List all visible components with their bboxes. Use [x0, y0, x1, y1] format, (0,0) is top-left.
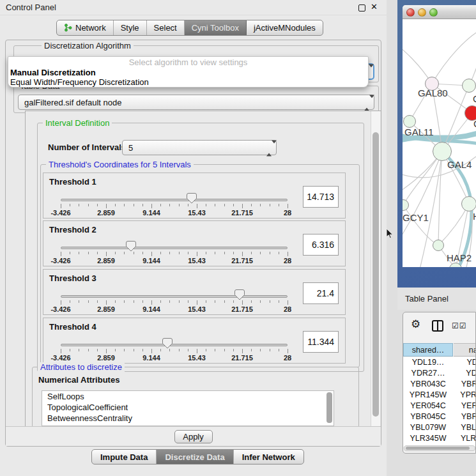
threshold-2-value-field[interactable]: 6.316 — [303, 234, 339, 256]
panel-scrollbar[interactable] — [371, 111, 380, 427]
close-panel-icon[interactable]: ✕ — [371, 2, 378, 12]
table-row[interactable]: YDR27…YDR27 — [403, 368, 476, 379]
node-label: C — [473, 118, 476, 129]
tick-mark — [224, 349, 225, 351]
tab-select[interactable]: Select — [147, 20, 185, 35]
tab-infer-network[interactable]: Infer Network — [234, 450, 303, 464]
cyni-toolbox-panel: Discretization Algorithm Table Data galF… — [5, 40, 381, 447]
network-node-hap2[interactable] — [433, 240, 444, 251]
tab-style[interactable]: Style — [114, 20, 147, 35]
tick-label: 28 — [268, 305, 307, 313]
cell-name: YBL079W — [454, 422, 476, 433]
scrollbar-thumb[interactable] — [406, 447, 470, 450]
columns-icon[interactable] — [432, 320, 443, 332]
network-window-titlebar[interactable] — [403, 5, 476, 19]
dropdown-option-equal-width-frequency[interactable]: Equal Width/Frequency Discretization — [10, 77, 149, 87]
horizontal-scrollbar[interactable] — [404, 445, 475, 451]
scrollbar-thumb[interactable] — [372, 132, 379, 417]
attribute-item-betweennesscentrality[interactable]: BetweennessCentrality — [42, 413, 334, 424]
tick-mark — [206, 252, 206, 254]
network-canvas[interactable]: GAL80GACGAL11GAL4GCY1HHAP2 — [403, 19, 476, 267]
table-row[interactable]: YBL079WYBL079W — [403, 422, 476, 433]
network-node-gal11[interactable] — [403, 115, 416, 128]
group-title: Attributes to discretize — [38, 362, 125, 372]
table-rows: YDL19…YDL19YDR27…YDR27YBR043CYBR043CYPR1… — [403, 357, 476, 447]
threshold-2-track[interactable] — [61, 247, 288, 249]
tick-mark — [188, 252, 188, 254]
tick-label: 15.43 — [178, 257, 216, 265]
tick-mark — [188, 349, 188, 351]
threshold-3-track[interactable] — [61, 295, 288, 298]
tick-mark — [215, 300, 215, 303]
tick-mark — [215, 349, 215, 351]
threshold-4-value-field[interactable]: 11.344 — [303, 331, 339, 353]
attribute-item-selfloops[interactable]: SelfLoops — [42, 391, 334, 402]
close-traffic-light-icon[interactable] — [406, 8, 415, 17]
number-of-intervals-label: Number of Intervals — [48, 142, 126, 152]
threshold-1-track[interactable] — [61, 199, 288, 201]
threshold-4-track[interactable] — [61, 344, 288, 346]
cell-shared-name: YBR043C — [403, 379, 453, 390]
threshold-3-thumb[interactable] — [234, 289, 245, 300]
tick-mark — [215, 252, 215, 254]
tab-jactivemnodules[interactable]: jActiveMNodules — [247, 20, 323, 35]
tick-mark — [270, 252, 270, 254]
zoom-traffic-light-icon[interactable] — [429, 8, 438, 17]
control-panel-title: Control Panel — [6, 3, 56, 12]
node-label: H — [473, 211, 476, 222]
tick-label: 21.715 — [223, 209, 261, 217]
tab-cyni-toolbox[interactable]: Cyni Toolbox — [185, 20, 247, 35]
table-row[interactable]: YPR145WYPR145W — [403, 390, 476, 401]
table-row[interactable]: YER054CYER054C — [403, 401, 476, 411]
list-scrollbar[interactable] — [326, 392, 332, 423]
table-row[interactable]: YLR345WYLR345W — [403, 433, 476, 444]
table-panel: ⚙ ☑☑ shared… name YDL19…YDL19YDR27…YDR27… — [403, 312, 476, 454]
tick-mark — [142, 300, 143, 303]
network-node-h[interactable] — [461, 196, 476, 211]
node-label: GCY1 — [403, 212, 429, 223]
tick-mark — [224, 204, 225, 206]
tick-label: 15.43 — [178, 354, 216, 362]
threshold-1-value-field[interactable]: 14.713 — [303, 186, 339, 208]
numerical-attributes-list[interactable]: SelfLoopsTopologicalCoefficientBetweenne… — [42, 390, 334, 426]
tick-mark — [61, 349, 61, 353]
tick-mark — [260, 204, 261, 206]
tick-mark — [260, 252, 261, 254]
apply-button[interactable]: Apply — [174, 430, 213, 443]
tick-mark — [270, 204, 270, 206]
tab-discretize-data[interactable]: Discretize Data — [157, 450, 233, 464]
tick-mark — [134, 204, 134, 206]
dropdown-option-manual-discretization[interactable]: Manual Discretization — [10, 68, 96, 77]
cell-shared-name: YDL19… — [403, 357, 453, 368]
tick-mark — [115, 204, 116, 206]
table-row[interactable]: YDL19…YDL19 — [403, 357, 476, 368]
tab-network[interactable]: Network — [57, 20, 114, 35]
float-panel-icon[interactable] — [358, 4, 365, 12]
network-node-gal4[interactable] — [433, 142, 452, 161]
minimize-traffic-light-icon[interactable] — [418, 8, 426, 17]
threshold-4-thumb[interactable] — [162, 338, 173, 349]
combo-arrows-icon — [266, 144, 272, 152]
tick-mark — [115, 349, 116, 351]
table-row[interactable]: YBR045CYBR045C — [403, 411, 476, 422]
threshold-2-thumb[interactable] — [126, 241, 136, 252]
tick-mark — [179, 349, 180, 351]
attribute-item-topologicalcoefficient[interactable]: TopologicalCoefficient — [42, 402, 334, 413]
tab-impute-data[interactable]: Impute Data — [92, 450, 157, 464]
threshold-3-value-field[interactable]: 21.4 — [303, 282, 339, 304]
node-label: GAL80 — [418, 88, 448, 98]
threshold-1-box: Threshold 1-3.4262.8599.14415.4321.71528… — [43, 173, 346, 219]
tick-mark — [151, 204, 152, 208]
table-row[interactable]: YBR043CYBR043C — [403, 379, 476, 390]
table-data-selected: galFiltered.sif default node — [24, 98, 121, 107]
network-node-ga[interactable] — [462, 79, 476, 93]
threshold-1-thumb[interactable] — [187, 193, 197, 204]
column-header-name[interactable]: name — [454, 343, 476, 357]
column-header-shared-name[interactable]: shared… — [403, 343, 453, 357]
table-data-select[interactable]: galFiltered.sif default node — [18, 95, 374, 110]
tick-mark — [242, 204, 243, 208]
number-of-intervals-select[interactable]: 5 — [122, 140, 277, 155]
checkbox-icons[interactable]: ☑☑ — [452, 321, 467, 330]
tick-mark — [106, 252, 107, 256]
gear-icon[interactable]: ⚙ — [411, 318, 420, 330]
